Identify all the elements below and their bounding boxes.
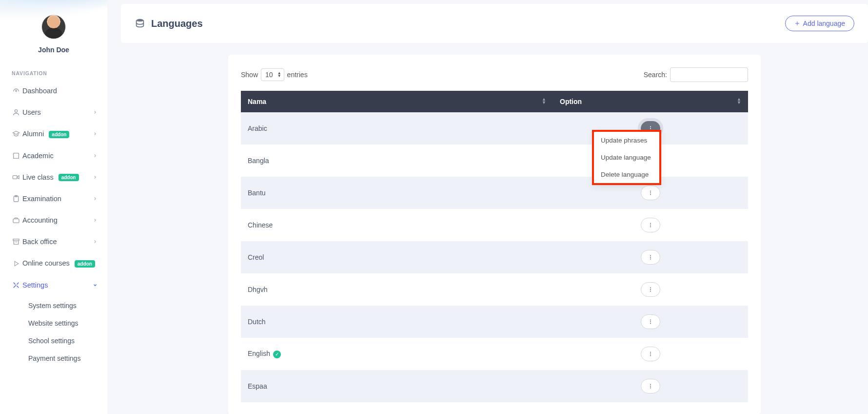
table-row: Bantu — [241, 177, 748, 209]
languages-card: Show 10 ▲▼ entries Search: — [228, 55, 761, 414]
sidebar-item-label: Online courses addon — [22, 259, 98, 268]
sidebar-item-live-class[interactable]: Live class addon — [0, 166, 107, 188]
languages-table: Nama ▲▼ Option ▲▼ ArabicUpdate phrasesUp… — [241, 91, 748, 402]
settings-subnav: System settings Website settings School … — [0, 296, 107, 369]
database-icon — [135, 18, 145, 29]
clipboard-icon — [10, 195, 22, 203]
row-actions-button[interactable] — [641, 218, 660, 232]
chevron-right-icon — [93, 239, 98, 244]
svg-point-20 — [650, 259, 651, 260]
subnav-website-settings[interactable]: Website settings — [0, 314, 107, 332]
col-option[interactable]: Option ▲▼ — [553, 91, 748, 112]
sidebar-item-label: Live class addon — [22, 173, 93, 182]
svg-point-30 — [650, 384, 651, 385]
svg-point-0 — [15, 110, 17, 112]
svg-rect-3 — [13, 219, 19, 223]
svg-point-18 — [650, 255, 651, 256]
sidebar-item-label: Users — [22, 108, 93, 116]
row-actions-button[interactable] — [641, 186, 660, 200]
dots-vertical-icon — [648, 189, 653, 196]
subnav-payment-settings[interactable]: Payment settings — [0, 350, 107, 367]
page-title: Languages — [135, 18, 203, 29]
row-actions-button[interactable] — [641, 347, 660, 361]
svg-point-17 — [650, 227, 651, 228]
svg-point-5 — [137, 19, 144, 22]
briefcase-icon — [10, 216, 22, 224]
sidebar-item-alumni[interactable]: Alumni addon — [0, 123, 107, 145]
page-title-text: Languages — [151, 18, 203, 29]
language-name-cell: Dhgvh — [241, 273, 553, 306]
sidebar-item-label: Examination — [22, 195, 93, 203]
option-cell: Update phrasesUpdate languageDelete lang… — [553, 112, 748, 145]
sidebar-item-academic[interactable]: Academic — [0, 145, 107, 166]
svg-point-23 — [650, 291, 651, 292]
dots-vertical-icon — [648, 286, 653, 293]
option-cell — [553, 209, 748, 241]
dots-vertical-icon — [648, 222, 653, 228]
svg-point-28 — [650, 353, 651, 354]
svg-point-12 — [650, 191, 651, 192]
sidebar-item-accounting[interactable]: Accounting — [0, 209, 107, 231]
avatar[interactable] — [41, 15, 66, 39]
option-cell — [553, 370, 748, 402]
option-cell — [553, 273, 748, 306]
svg-point-13 — [650, 192, 651, 193]
svg-point-16 — [650, 225, 651, 226]
language-name-cell: English✓ — [241, 338, 553, 370]
language-name: Arabic — [248, 124, 267, 132]
svg-point-24 — [650, 320, 651, 321]
plus-icon — [794, 21, 800, 26]
sidebar-item-back-office[interactable]: Back office — [0, 231, 107, 252]
option-cell — [553, 306, 748, 338]
chevron-right-icon — [93, 196, 98, 201]
svg-point-32 — [650, 388, 651, 389]
dropdown-item-update-language[interactable]: Update language — [594, 149, 659, 166]
user-icon — [10, 108, 22, 116]
svg-point-26 — [650, 323, 651, 324]
length-value: 10 — [265, 71, 273, 79]
language-name: Bangla — [248, 157, 269, 165]
show-label: Show — [241, 71, 258, 79]
row-actions-button[interactable] — [641, 314, 660, 329]
row-actions-button[interactable] — [641, 250, 660, 265]
table-row: English✓ — [241, 338, 748, 370]
language-name-cell: Bantu — [241, 177, 553, 209]
addon-badge: addon — [49, 131, 69, 138]
sidebar-item-online-courses[interactable]: Online courses addon — [0, 252, 107, 274]
addon-badge: addon — [59, 174, 79, 181]
addon-badge: addon — [75, 260, 95, 268]
chevron-right-icon — [93, 110, 98, 115]
subnav-school-settings[interactable]: School settings — [0, 332, 107, 350]
sidebar-item-users[interactable]: Users — [0, 102, 107, 123]
table-row: ArabicUpdate phrasesUpdate languageDelet… — [241, 112, 748, 145]
row-actions-button[interactable] — [641, 379, 660, 393]
chevron-down-icon — [93, 283, 98, 288]
add-language-button[interactable]: Add language — [785, 16, 854, 31]
chevron-right-icon — [93, 175, 98, 180]
svg-point-31 — [650, 386, 651, 387]
dropdown-item-update-phrases[interactable]: Update phrases — [594, 132, 659, 149]
option-cell — [553, 338, 748, 370]
col-name[interactable]: Nama ▲▼ — [241, 91, 553, 112]
search-input[interactable] — [670, 67, 748, 82]
language-name: English — [248, 350, 270, 357]
language-name: Dhgvh — [248, 286, 267, 293]
language-name-cell: Espaa — [241, 370, 553, 402]
sort-icon: ▲▼ — [737, 98, 741, 104]
tools-icon — [10, 281, 22, 289]
sidebar-item-label: Accounting — [22, 216, 93, 224]
row-actions-button[interactable] — [641, 282, 660, 297]
graduation-icon — [10, 130, 22, 138]
subnav-system-settings[interactable]: System settings — [0, 297, 107, 314]
svg-point-21 — [650, 288, 651, 289]
nav-heading: NAVIGATION — [0, 62, 107, 80]
length-select[interactable]: 10 — [261, 68, 284, 81]
chevron-right-icon — [93, 131, 98, 136]
sidebar-item-settings[interactable]: Settings — [0, 274, 107, 296]
dropdown-item-delete-language[interactable]: Delete language — [594, 166, 659, 183]
svg-point-19 — [650, 257, 651, 258]
table-row: Chinese — [241, 209, 748, 241]
sidebar-item-examination[interactable]: Examination — [0, 188, 107, 209]
sidebar-item-label: Back office — [22, 238, 93, 246]
sidebar-item-dashboard[interactable]: Dashboard — [0, 80, 107, 102]
